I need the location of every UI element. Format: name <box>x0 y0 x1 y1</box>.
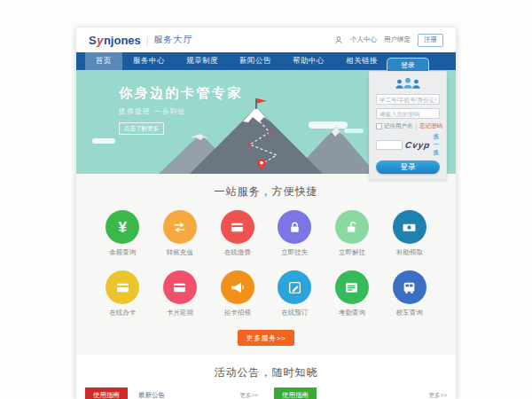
login-button[interactable]: 登录 <box>376 160 440 174</box>
nav-item-rules[interactable]: 规章制度 <box>176 52 229 70</box>
tab-usage-guide[interactable]: 使用指南 <box>274 387 317 399</box>
remember-checkbox[interactable] <box>376 123 382 129</box>
nav-item-news[interactable]: 新闻公告 <box>229 52 282 70</box>
users-group-icon <box>393 76 423 90</box>
service-item-transfer[interactable]: 转账充值 <box>163 210 197 257</box>
announcements-section: 活动公告，随时知晓 使用指南 最新公告 更多>> 使用指南 更多>> <box>76 355 456 399</box>
service-item-subsidy[interactable]: 补助领取 <box>393 210 426 257</box>
left-tab-row: 使用指南 最新公告 更多>> <box>85 390 258 399</box>
login-tab[interactable]: 登录 <box>387 58 429 71</box>
captcha-image: Cvyp <box>404 140 431 150</box>
service-circle[interactable] <box>163 210 197 244</box>
captcha-row: Cvyp 换一换 <box>376 133 440 157</box>
nav-item-help[interactable]: 帮助中心 <box>282 52 335 70</box>
hero-cta-button[interactable]: 点击了解更多 <box>119 122 164 135</box>
guide-panel-right: 使用指南 更多>> <box>274 390 447 399</box>
service-label: 拾卡招领 <box>224 309 251 317</box>
service-circle[interactable] <box>278 210 311 244</box>
service-circle[interactable]: ¥ <box>106 210 139 244</box>
hero-text: 你身边的卡管专家 提供捷径 一步到位 点击了解更多 <box>119 85 243 135</box>
card-icon <box>172 280 187 295</box>
card-icon <box>230 220 245 235</box>
service-item-school-bus[interactable]: 校车查询 <box>393 270 426 317</box>
user-icon <box>334 35 343 44</box>
username-input[interactable] <box>376 94 440 105</box>
right-tab-row: 使用指南 更多>> <box>274 390 447 399</box>
service-circle[interactable] <box>221 270 254 304</box>
logo-accent: y <box>97 34 103 47</box>
services-section: 一站服务，方便快捷 ¥ 余额查询 转账充值 <box>76 174 456 355</box>
announcement-panels: 使用指南 最新公告 更多>> 使用指南 更多>> <box>85 390 447 399</box>
service-label: 在线预订 <box>281 309 308 317</box>
megaphone-icon <box>230 280 245 295</box>
yen-icon: ¥ <box>119 220 127 235</box>
service-item-attendance[interactable]: 考勤查询 <box>335 270 369 317</box>
service-circle[interactable] <box>393 210 426 244</box>
service-label: 在线缴费 <box>224 248 251 257</box>
service-circle[interactable] <box>106 270 139 304</box>
logo-divider: | <box>146 35 149 45</box>
service-label: 转账充值 <box>167 248 193 257</box>
bus-icon <box>402 280 417 295</box>
service-circle[interactable] <box>335 270 369 304</box>
nav-item-home[interactable]: 首页 <box>85 52 122 70</box>
more-link[interactable]: 更多>> <box>428 392 447 399</box>
service-label: 考勤查询 <box>339 309 365 317</box>
remember-label: 记住用户名 <box>384 122 413 130</box>
transfer-icon <box>172 220 187 235</box>
user-binding-link[interactable]: 用户绑定 <box>384 35 411 44</box>
more-services-button[interactable]: 更多服务>> <box>238 330 294 346</box>
service-label: 在线办卡 <box>109 309 136 317</box>
personal-center-link[interactable]: 个人中心 <box>350 35 377 44</box>
logo-text-1: S <box>89 34 97 47</box>
header: Synjones | 服务大厅 个人中心 用户绑定 注册 <box>76 27 456 52</box>
lock-icon <box>287 220 302 235</box>
service-circle[interactable] <box>393 270 426 304</box>
captcha-refresh-link[interactable]: 换一换 <box>433 133 440 157</box>
service-circle[interactable] <box>278 270 311 304</box>
logo-text-2: njones <box>104 34 141 47</box>
service-item-online-booking[interactable]: 在线预订 <box>278 270 311 317</box>
hero-title: 你身边的卡管专家 <box>119 85 243 102</box>
service-item-report-loss[interactable]: 立即挂失 <box>278 210 311 257</box>
service-item-balance[interactable]: ¥ 余额查询 <box>106 210 139 257</box>
unlock-icon <box>344 220 359 235</box>
services-grid: ¥ 余额查询 转账充值 <box>94 210 438 317</box>
remember-row: 记住用户名 | 忘记密码 <box>376 122 440 130</box>
portal-page: Synjones | 服务大厅 个人中心 用户绑定 注册 首页 服务中心 规章制… <box>75 27 457 399</box>
hero-subtitle: 提供捷径 一步到位 <box>119 107 243 116</box>
service-circle[interactable] <box>335 210 369 244</box>
more-link[interactable]: 更多>> <box>239 392 258 399</box>
service-label: 余额查询 <box>109 248 136 257</box>
nav-item-service-center[interactable]: 服务中心 <box>122 52 176 70</box>
service-item-pay[interactable]: 在线缴费 <box>221 210 254 257</box>
edit-icon <box>287 280 302 295</box>
announcements-title: 活动公告，随时知晓 <box>76 365 456 380</box>
service-label: 立即解挂 <box>339 248 365 257</box>
logo[interactable]: Synjones | 服务大厅 <box>89 34 192 47</box>
banknote-icon <box>402 220 417 235</box>
cloud-shape <box>92 138 115 144</box>
service-label: 校车查询 <box>396 309 423 317</box>
attendance-icon <box>344 280 359 295</box>
service-item-apply-card[interactable]: 在线办卡 <box>106 270 139 317</box>
register-button[interactable]: 注册 <box>418 34 443 47</box>
page-canvas: Synjones | 服务大厅 个人中心 用户绑定 注册 首页 服务中心 规章制… <box>0 0 532 399</box>
service-circle[interactable] <box>221 210 254 244</box>
service-label: 卡片延期 <box>167 309 193 317</box>
service-label: 立即挂失 <box>281 248 308 257</box>
login-form: 记住用户名 | 忘记密码 Cvyp 换一换 登录 <box>369 71 447 180</box>
tab-latest-news[interactable]: 最新公告 <box>138 391 165 399</box>
hero-banner: 你身边的卡管专家 提供捷径 一步到位 点击了解更多 登录 <box>76 70 456 174</box>
captcha-input[interactable] <box>376 140 403 150</box>
service-item-unlock[interactable]: 立即解挂 <box>335 210 369 257</box>
card-icon <box>115 280 130 295</box>
service-item-found-card[interactable]: 拾卡招领 <box>221 270 254 317</box>
forgot-password-link[interactable]: 忘记密码 <box>419 122 442 130</box>
separator: | <box>416 123 418 129</box>
password-input[interactable] <box>376 108 440 119</box>
tab-usage-guide[interactable]: 使用指南 <box>85 387 128 399</box>
service-item-card-renewal[interactable]: 卡片延期 <box>163 270 197 317</box>
service-circle[interactable] <box>163 270 197 304</box>
service-label: 补助领取 <box>396 248 423 257</box>
